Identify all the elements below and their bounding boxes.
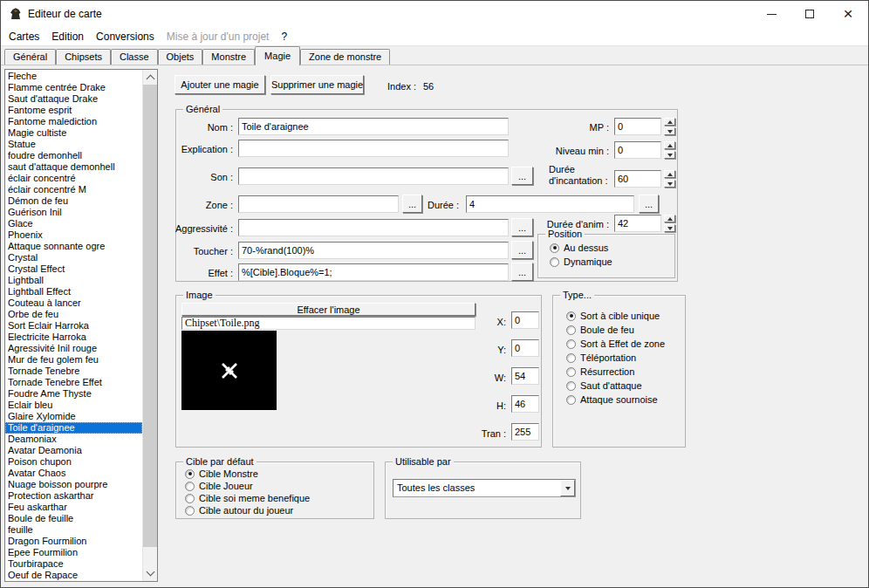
effet-input[interactable]: [238, 263, 509, 281]
list-item[interactable]: Saut d'attaque Drake: [5, 93, 142, 105]
niveau-spin-up-button[interactable]: [664, 141, 675, 149]
add-magic-button[interactable]: Ajouter une magie: [174, 75, 265, 94]
list-item[interactable]: Lightball: [5, 275, 142, 286]
anim-spin-down-button[interactable]: [664, 224, 675, 232]
incantation-spin-up-button[interactable]: [664, 170, 675, 178]
type-radio[interactable]: Boule de feu: [566, 325, 665, 335]
cible-radio[interactable]: Cible soi meme benefique: [185, 493, 310, 503]
list-item[interactable]: Glace: [5, 218, 142, 229]
scroll-down-button[interactable]: [143, 566, 157, 581]
duree-input[interactable]: [466, 195, 634, 213]
niveau-input[interactable]: [614, 141, 661, 159]
list-item[interactable]: Attaque sonnante ogre: [5, 241, 142, 252]
list-item[interactable]: Glaire Xylomide: [5, 411, 142, 422]
list-item[interactable]: Poison chupon: [5, 456, 142, 468]
tab[interactable]: Général: [4, 49, 56, 65]
aggressivite-input[interactable]: [238, 219, 509, 236]
niveau-spin-down-button[interactable]: [664, 151, 675, 159]
list-item[interactable]: saut d'attaque demonhell: [5, 161, 142, 173]
list-item[interactable]: foudre demonhell: [5, 150, 142, 161]
toucher-browse-button[interactable]: ...: [511, 241, 533, 259]
list-item[interactable]: feuille: [5, 524, 142, 536]
list-item[interactable]: Guérison Inil: [5, 207, 142, 218]
list-item[interactable]: Eclair bleu: [5, 400, 142, 411]
menu-item[interactable]: ?: [275, 29, 293, 44]
list-item[interactable]: Nuage boisson pourpre: [5, 479, 142, 490]
incantation-input[interactable]: [614, 170, 661, 188]
anim-input[interactable]: [614, 215, 661, 232]
list-item[interactable]: Epee Fourmilion: [5, 547, 142, 558]
mp-input[interactable]: [614, 118, 661, 135]
list-scrollbar[interactable]: [142, 70, 157, 581]
list-item[interactable]: Statue: [5, 139, 142, 150]
explication-input[interactable]: [238, 140, 509, 157]
mp-spin-up-button[interactable]: [664, 118, 675, 126]
close-button[interactable]: ×: [829, 1, 867, 27]
incantation-spin-down-button[interactable]: [664, 180, 675, 188]
type-radio[interactable]: Téléportation: [566, 352, 665, 363]
duree-browse-button[interactable]: ...: [639, 195, 659, 213]
maximize-button[interactable]: [790, 1, 829, 27]
list-item[interactable]: Mur de feu golem feu: [5, 354, 142, 366]
y-input[interactable]: [511, 339, 539, 357]
list-item[interactable]: Fantome esprit: [5, 105, 142, 116]
list-item[interactable]: Boule de feuille: [5, 513, 142, 524]
zone-input[interactable]: [238, 195, 399, 213]
list-item[interactable]: Phoenix: [5, 229, 142, 241]
delete-magic-button[interactable]: Supprimer une magie: [270, 75, 364, 94]
list-item[interactable]: Tornade Tenebre Effet: [5, 377, 142, 388]
type-radio[interactable]: Résurrection: [566, 366, 665, 377]
tab[interactable]: Magie: [255, 46, 300, 65]
list-item[interactable]: Fantome malediction: [5, 116, 142, 127]
scroll-up-button[interactable]: [143, 70, 157, 85]
scrollbar-thumb[interactable]: [143, 85, 157, 547]
menu-item[interactable]: Edition: [45, 29, 90, 44]
list-item[interactable]: Agressivité Inil rouge: [5, 343, 142, 354]
position-radio[interactable]: Dynamique: [550, 256, 612, 267]
position-radio[interactable]: Au dessus: [550, 243, 612, 253]
mp-spin-down-button[interactable]: [664, 127, 675, 135]
list-item[interactable]: Avatar Deamonia: [5, 445, 142, 456]
menu-item[interactable]: Conversions: [90, 29, 161, 44]
list-item[interactable]: éclair concentré M: [5, 184, 142, 195]
minimize-button[interactable]: [752, 1, 790, 27]
w-input[interactable]: [511, 367, 539, 385]
nom-input[interactable]: [238, 118, 509, 135]
type-radio[interactable]: Sort à Effet de zone: [566, 338, 665, 349]
effet-browse-button[interactable]: ...: [511, 263, 533, 281]
list-item[interactable]: Dragon Fourmilion: [5, 536, 142, 547]
list-item[interactable]: Electricite Harroka: [5, 332, 142, 343]
list-item[interactable]: Sort Eclair Harroka: [5, 320, 142, 332]
tab[interactable]: Classe: [111, 49, 158, 65]
toucher-input[interactable]: [238, 242, 509, 259]
clear-image-button[interactable]: Effacer l'image: [181, 303, 476, 316]
list-item[interactable]: éclair concentré: [5, 173, 142, 184]
list-item[interactable]: Magie cultiste: [5, 127, 142, 139]
list-item[interactable]: Crystal: [5, 252, 142, 263]
list-item[interactable]: Crystal Effect: [5, 263, 142, 275]
tab[interactable]: Zone de monstre: [300, 49, 390, 65]
anim-spin-up-button[interactable]: [664, 215, 675, 222]
image-filename-input[interactable]: [181, 317, 476, 330]
list-item[interactable]: Protection askarthar: [5, 490, 142, 502]
son-input[interactable]: [238, 168, 509, 185]
cible-radio[interactable]: Cible autour du joueur: [185, 505, 310, 516]
cible-radio[interactable]: Cible Joueur: [185, 481, 310, 491]
tran-input[interactable]: [511, 423, 539, 441]
type-radio[interactable]: Sort à cible unique: [566, 311, 665, 321]
tab[interactable]: Chipsets: [56, 49, 111, 65]
list-item[interactable]: Flamme centrée Drake: [5, 82, 142, 93]
menu-item[interactable]: Cartes: [3, 29, 45, 44]
son-browse-button[interactable]: ...: [511, 167, 533, 185]
tab[interactable]: Objets: [158, 49, 203, 65]
list-item[interactable]: Deamoniax: [5, 434, 142, 445]
list-item[interactable]: Toile d'araignee: [5, 422, 142, 434]
list-item[interactable]: Orbe de feu: [5, 309, 142, 320]
list-item[interactable]: Tourbirapace: [5, 558, 142, 570]
list-item[interactable]: Démon de feu: [5, 195, 142, 207]
list-item[interactable]: Couteau à lancer: [5, 297, 142, 309]
combobox-dropdown-button[interactable]: [560, 480, 575, 496]
list-item[interactable]: Tornade Tenebre: [5, 366, 142, 377]
type-radio[interactable]: Attaque sournoise: [566, 394, 665, 405]
list-item[interactable]: Oeuf de Rapace: [5, 570, 142, 581]
